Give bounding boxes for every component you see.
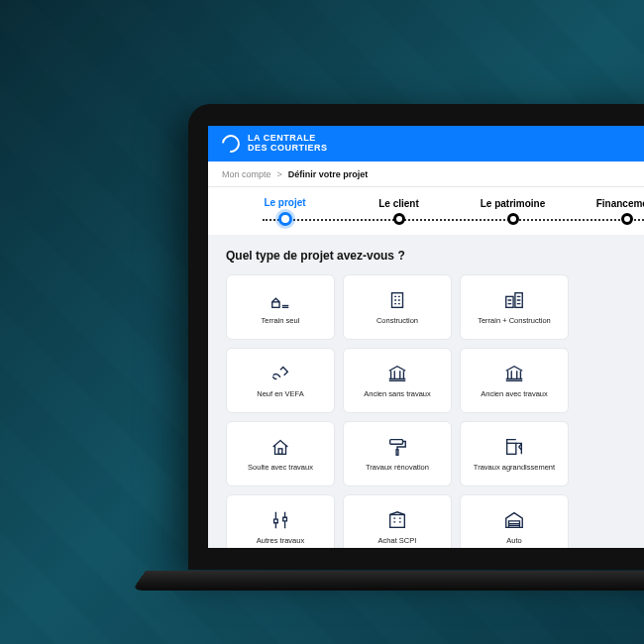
project-type-card[interactable]: Travaux rénovation xyxy=(343,421,452,486)
step-dot-icon xyxy=(393,213,405,225)
project-type-card[interactable]: Ancien avec travaux xyxy=(460,348,569,413)
card-label: Terrain seul xyxy=(258,317,304,325)
breadcrumb-parent[interactable]: Mon compte xyxy=(222,169,271,179)
card-label: Ancien sans travaux xyxy=(360,390,435,398)
step-le-patrimoine[interactable]: Le patrimoine xyxy=(456,198,570,225)
project-type-card[interactable]: Travaux agrandissement xyxy=(460,421,569,486)
breadcrumb-separator: > xyxy=(277,169,282,179)
card-label: Construction xyxy=(373,317,422,325)
breadcrumb: Mon compte > Définir votre projet xyxy=(208,161,644,187)
bank-icon xyxy=(503,363,525,384)
step-le-client[interactable]: Le client xyxy=(342,198,456,225)
project-type-grid: Terrain seulConstructionTerrain + Constr… xyxy=(226,274,644,548)
office-icon xyxy=(386,509,408,531)
step-le-projet[interactable]: Le projet xyxy=(228,197,342,226)
house-icon xyxy=(269,436,291,458)
progress-steps: Le projet Le client Le patrimoine Financ… xyxy=(208,187,644,235)
tools-icon xyxy=(269,509,291,531)
step-label: Financement xyxy=(570,198,644,209)
breadcrumb-current: Définir votre projet xyxy=(288,169,369,179)
step-label: Le patrimoine xyxy=(456,198,570,209)
project-type-card[interactable]: Ancien sans travaux xyxy=(343,348,452,413)
card-label: Neuf en VEFA xyxy=(253,390,308,398)
bank-icon xyxy=(386,363,408,384)
card-label: Achat SCPI xyxy=(375,537,421,545)
laptop-frame: LA CENTRALE DES COURTIERS Mon compte > D… xyxy=(188,104,644,570)
step-financement[interactable]: Financement xyxy=(570,198,644,225)
plot-icon xyxy=(269,289,291,311)
project-type-card[interactable]: Terrain seul xyxy=(226,274,335,340)
card-label: Soulte avec travaux xyxy=(244,464,317,472)
logo-icon xyxy=(218,131,243,156)
roller-icon xyxy=(386,436,408,458)
screen: LA CENTRALE DES COURTIERS Mon compte > D… xyxy=(208,126,644,548)
brand-line2: DES COURTIERS xyxy=(248,144,328,154)
card-label: Ancien avec travaux xyxy=(477,390,552,398)
brand-text: LA CENTRALE DES COURTIERS xyxy=(248,134,328,154)
expand-icon xyxy=(503,436,525,458)
card-label: Autres travaux xyxy=(253,537,308,545)
card-label: Terrain + Construction xyxy=(474,317,555,325)
content-area: Quel type de projet avez-vous ? Terrain … xyxy=(208,235,644,548)
hands-icon xyxy=(269,363,291,384)
project-type-card[interactable]: Soulte avec travaux xyxy=(226,421,335,486)
project-type-card[interactable]: Neuf en VEFA xyxy=(226,348,335,413)
project-type-card[interactable]: Achat SCPI xyxy=(343,494,452,548)
building-icon xyxy=(386,289,408,311)
question-title: Quel type de projet avez-vous ? xyxy=(226,249,644,263)
step-label: Le client xyxy=(342,198,456,209)
project-type-card[interactable]: Terrain + Construction xyxy=(460,274,569,340)
garage-icon xyxy=(503,509,525,531)
card-label: Auto xyxy=(502,537,525,545)
step-dot-icon xyxy=(507,213,519,225)
card-label: Travaux rénovation xyxy=(362,464,433,472)
project-type-card[interactable]: Auto xyxy=(460,494,569,548)
building2-icon xyxy=(503,289,525,311)
step-dot-icon xyxy=(278,212,292,226)
step-dot-icon xyxy=(621,213,633,225)
project-type-card[interactable]: Construction xyxy=(343,274,452,340)
step-label: Le projet xyxy=(228,197,342,208)
laptop-base xyxy=(132,571,644,590)
top-bar: LA CENTRALE DES COURTIERS xyxy=(208,126,644,161)
card-label: Travaux agrandissement xyxy=(470,464,559,472)
project-type-card[interactable]: Autres travaux xyxy=(226,494,335,548)
